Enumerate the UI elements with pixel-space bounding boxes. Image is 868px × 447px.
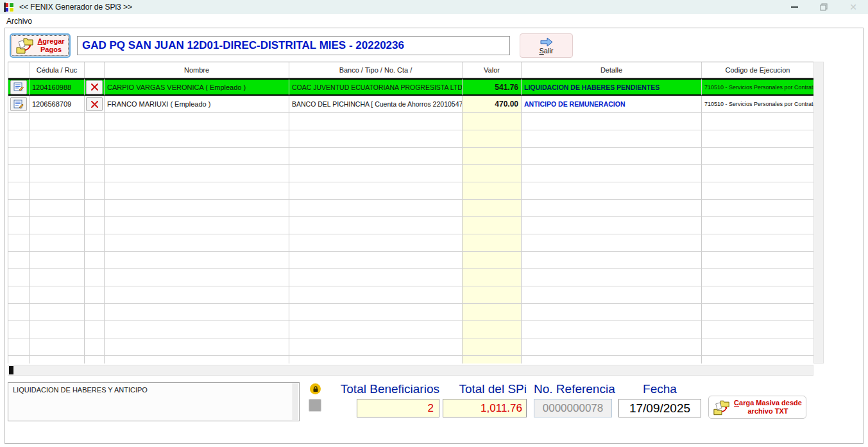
table-empty-row: [8, 286, 813, 304]
agregar-pagos-label: Agregar Pagos: [37, 37, 64, 54]
delete-row-button[interactable]: [86, 97, 103, 111]
folders-icon: [713, 399, 731, 416]
titlebar: << FENIX Generador de SPi3 >> ✕: [0, 0, 868, 14]
delete-row-icon: [90, 100, 99, 109]
delete-row-icon: [90, 83, 99, 91]
header-nombre: Nombre: [105, 62, 289, 78]
descripcion-text: LIQUIDACION DE HABERES Y ANTICIPO: [13, 386, 148, 394]
row-delete-cell: [85, 78, 105, 96]
table-empty-row: [8, 252, 813, 269]
referencia-label: No. Referencia: [534, 382, 612, 398]
row-edit-cell: [8, 78, 30, 96]
header-valor: Valor: [463, 62, 522, 78]
edit-row-icon: [13, 100, 24, 109]
agregar-pagos-button[interactable]: Agregar Pagos: [10, 33, 71, 58]
table-empty-row: [8, 130, 813, 148]
restore-button[interactable]: [809, 0, 838, 14]
total-beneficiarios-label: Total Beneficiarios: [321, 382, 439, 398]
table-empty-row: [8, 200, 813, 217]
row-edit-cell: [8, 96, 30, 113]
edit-row-button[interactable]: [10, 97, 27, 111]
table-empty-row: [8, 304, 813, 321]
table-empty-row: [8, 148, 813, 165]
fecha-input[interactable]: 17/09/2025: [618, 399, 701, 417]
total-spi-label: Total del SPi: [443, 382, 527, 398]
scrollbar-thumb[interactable]: [9, 366, 13, 374]
table-row[interactable]: 1204160988 CARPIO VARGAS VERONICA ( Empl…: [8, 78, 813, 96]
header-codigo: Codigo de Ejecucion: [702, 62, 813, 78]
entity-title-input[interactable]: GAD PQ SAN JUAN 12D01-DIREC-DISTRITAL MI…: [77, 36, 510, 55]
cell-detalle: LIQUIDACION DE HABERES PENDIENTES: [522, 78, 702, 96]
edit-row-button[interactable]: [10, 80, 27, 94]
table-empty-row: [8, 182, 813, 200]
minimize-button[interactable]: [779, 0, 809, 14]
cell-codigo: 710510 - Servicios Personales por Contra…: [702, 96, 813, 113]
color-swatch-button[interactable]: [309, 399, 321, 412]
payments-table: Cédula / Ruc Nombre Banco / Tipo / No. C…: [8, 62, 813, 364]
total-spi-value: 1,011.76: [443, 399, 527, 417]
delete-row-button[interactable]: [86, 80, 103, 94]
cell-codigo: 710510 - Servicios Personales por Contra…: [702, 78, 813, 96]
cell-cedula: 1206568709: [30, 96, 85, 113]
total-beneficiarios-value: 2: [357, 399, 439, 417]
cell-banco: COAC JUVENTUD ECUATORIANA PROGRESISTA LT…: [289, 78, 463, 96]
row-delete-cell: [85, 96, 105, 113]
header-cedula: Cédula / Ruc: [30, 62, 85, 78]
app-window: << FENIX Generador de SPi3 >> ✕ Archivo …: [0, 0, 868, 447]
cell-banco: BANCO DEL PICHINCHA [ Cuenta de Ahorros …: [289, 96, 463, 113]
exit-arrow-icon: [540, 37, 554, 47]
window-title: << FENIX Generador de SPi3 >>: [19, 3, 132, 12]
header-delete-col: [85, 62, 105, 78]
table-empty-row: [8, 338, 813, 356]
salir-button[interactable]: Salir: [520, 33, 573, 58]
close-button[interactable]: ✕: [838, 0, 868, 14]
table-horizontal-scrollbar[interactable]: [8, 365, 813, 376]
table-empty-row: [8, 269, 813, 286]
referencia-value: 0000000078: [534, 399, 612, 417]
menu-archivo[interactable]: Archivo: [0, 14, 38, 28]
header-banco: Banco / Tipo / No. Cta /: [289, 62, 463, 78]
minimize-icon: [791, 6, 798, 8]
table-empty-row: [8, 113, 813, 130]
carga-masiva-label: Carga Masiva desde archivo TXT: [734, 399, 802, 416]
cell-nombre: FRANCO MARIUXI ( Empleado ): [105, 96, 289, 113]
table-empty-row: [8, 321, 813, 338]
textarea-scrollbar[interactable]: [293, 383, 298, 420]
table-empty-row: [8, 234, 813, 252]
descripcion-textarea[interactable]: LIQUIDACION DE HABERES Y ANTICIPO: [8, 382, 300, 421]
table-empty-row: [8, 356, 813, 364]
app-icon: [4, 3, 14, 12]
table-vertical-scrollbar[interactable]: [813, 62, 824, 364]
cell-valor: 541.76: [463, 78, 522, 96]
lock-toggle[interactable]: [310, 383, 321, 394]
carga-masiva-button[interactable]: Carga Masiva desde archivo TXT: [708, 396, 806, 419]
close-icon: ✕: [849, 3, 857, 12]
salir-label: Salir: [539, 47, 553, 55]
fecha-label: Fecha: [618, 382, 701, 398]
edit-row-icon: [13, 82, 24, 92]
cell-cedula: 1204160988: [30, 78, 85, 96]
table-header-row: Cédula / Ruc Nombre Banco / Tipo / No. C…: [8, 62, 813, 78]
lock-icon: [312, 386, 319, 392]
folders-icon: [15, 37, 35, 55]
cell-valor: 470.00: [463, 96, 522, 113]
table-empty-row: [8, 165, 813, 182]
menubar: Archivo: [0, 14, 868, 28]
header-icon-col: [8, 62, 30, 78]
table-empty-row: [8, 217, 813, 234]
cell-nombre: CARPIO VARGAS VERONICA ( Empleado ): [105, 78, 289, 96]
cell-detalle: ANTICIPO DE REMUNERACION: [522, 96, 702, 113]
header-detalle: Detalle: [522, 62, 702, 78]
restore-icon: [820, 3, 828, 11]
table-row[interactable]: 1206568709 FRANCO MARIUXI ( Empleado ) B…: [8, 96, 813, 113]
